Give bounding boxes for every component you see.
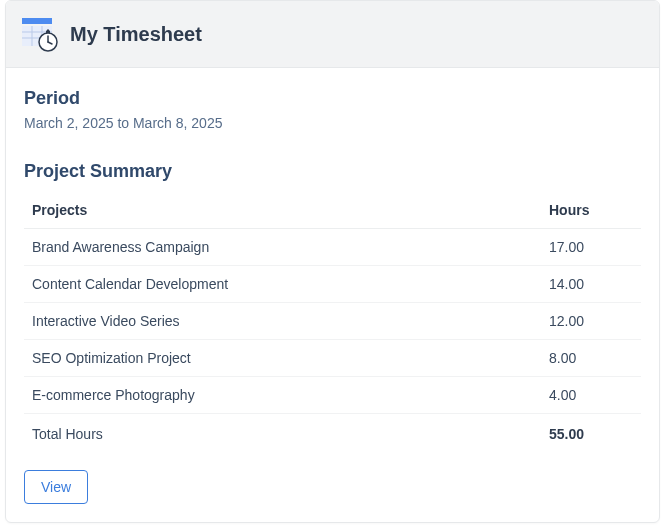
timesheet-card: My Timesheet Period March 2, 2025 to Mar… <box>5 0 660 523</box>
project-hours: 8.00 <box>541 340 641 377</box>
period-label: Period <box>24 88 641 109</box>
table-row: SEO Optimization Project 8.00 <box>24 340 641 377</box>
table-row: E-commerce Photography 4.00 <box>24 377 641 414</box>
period-range: March 2, 2025 to March 8, 2025 <box>24 115 641 131</box>
total-row: Total Hours 55.00 <box>24 414 641 453</box>
project-name: Brand Awareness Campaign <box>24 229 541 266</box>
svg-rect-10 <box>47 30 49 32</box>
project-hours: 14.00 <box>541 266 641 303</box>
view-button[interactable]: View <box>24 470 88 504</box>
project-hours: 4.00 <box>541 377 641 414</box>
total-hours: 55.00 <box>541 414 641 453</box>
table-row: Brand Awareness Campaign 17.00 <box>24 229 641 266</box>
project-hours: 12.00 <box>541 303 641 340</box>
projects-column-header: Projects <box>24 192 541 229</box>
project-summary-title: Project Summary <box>24 161 641 182</box>
card-header: My Timesheet <box>6 1 659 68</box>
project-name: E-commerce Photography <box>24 377 541 414</box>
table-row: Content Calendar Development 14.00 <box>24 266 641 303</box>
timesheet-icon <box>22 16 58 52</box>
card-body: Period March 2, 2025 to March 8, 2025 Pr… <box>6 68 659 522</box>
total-label: Total Hours <box>24 414 541 453</box>
table-row: Interactive Video Series 12.00 <box>24 303 641 340</box>
project-name: Content Calendar Development <box>24 266 541 303</box>
project-name: Interactive Video Series <box>24 303 541 340</box>
svg-rect-0 <box>22 18 52 24</box>
project-hours: 17.00 <box>541 229 641 266</box>
hours-column-header: Hours <box>541 192 641 229</box>
page-title: My Timesheet <box>70 23 202 46</box>
project-name: SEO Optimization Project <box>24 340 541 377</box>
project-summary-table: Projects Hours Brand Awareness Campaign … <box>24 192 641 452</box>
